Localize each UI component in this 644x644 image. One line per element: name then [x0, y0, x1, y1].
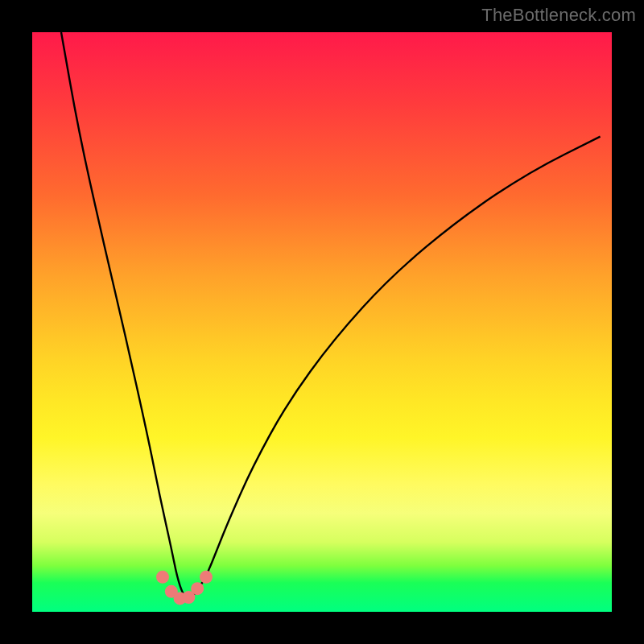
- bottleneck-curve: [61, 32, 601, 599]
- marker-dot: [156, 571, 169, 584]
- marker-group: [156, 571, 213, 605]
- marker-dot: [191, 582, 204, 595]
- chart-svg: [32, 32, 612, 612]
- watermark-text: TheBottleneck.com: [481, 5, 636, 26]
- chart-frame: TheBottleneck.com: [0, 0, 644, 644]
- chart-svg-wrap: [32, 32, 612, 612]
- marker-dot: [200, 571, 213, 584]
